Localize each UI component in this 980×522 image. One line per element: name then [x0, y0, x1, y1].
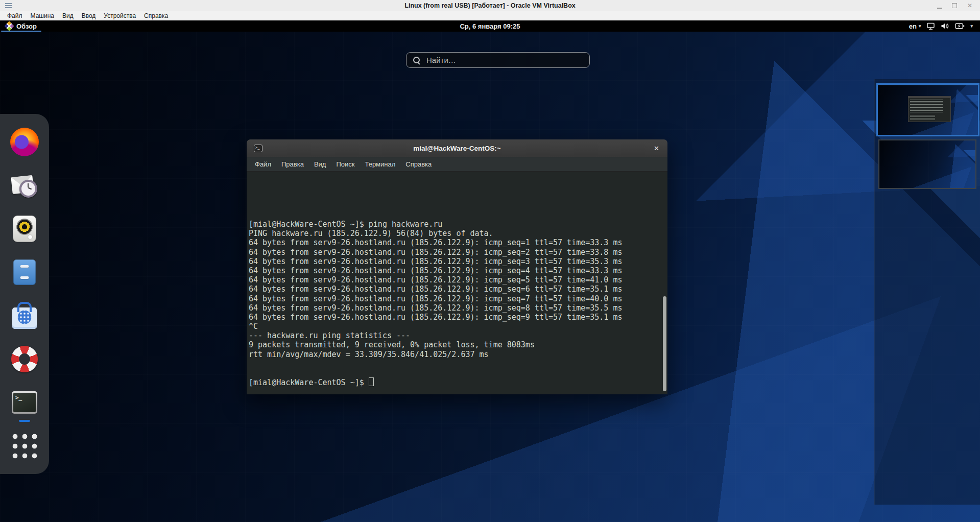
- terminal-output-line: [mial@HackWare-CentOS ~]$ ping hackware.…: [249, 220, 667, 229]
- terminal-output[interactable]: [mial@HackWare-CentOS ~]$ ping hackware.…: [247, 172, 667, 394]
- app-grid-icon: [10, 432, 39, 461]
- terminal-menu-item[interactable]: Справка: [400, 160, 437, 168]
- chevron-down-icon: ▾: [919, 23, 921, 29]
- activities-overview-button[interactable]: Обзор: [0, 20, 42, 32]
- terminal-menu-item[interactable]: Вид: [309, 160, 331, 168]
- workspace-2-wallpaper: [879, 140, 975, 188]
- close-button[interactable]: ✕: [967, 3, 973, 9]
- dock-item-software[interactable]: [9, 300, 40, 331]
- volume-icon: [941, 22, 949, 30]
- dock-item-firefox[interactable]: [9, 127, 40, 157]
- keyboard-layout-indicator[interactable]: en ▾: [909, 22, 921, 30]
- rhythmbox-icon: [13, 216, 36, 242]
- clock[interactable]: Ср, 6 января 09:25: [460, 22, 520, 30]
- terminal-title: mial@HackWare-CentOS:~: [413, 145, 500, 152]
- dock-item-terminal[interactable]: >_: [9, 387, 40, 418]
- vbox-menu-item[interactable]: Машина: [27, 12, 58, 19]
- vbox-menu-item[interactable]: Вид: [58, 12, 78, 19]
- terminal-menu-item[interactable]: Терминал: [360, 160, 400, 168]
- system-menu-chevron-icon[interactable]: ▾: [970, 23, 973, 29]
- terminal-output-line: rtt min/avg/max/mdev = 33.309/35.846/41.…: [249, 350, 667, 359]
- dock-item-files[interactable]: [9, 257, 40, 288]
- overview-label: Обзор: [16, 22, 37, 30]
- hamburger-menu-icon[interactable]: [5, 3, 12, 8]
- workspace-1-terminal-preview: [908, 96, 951, 122]
- vbox-menu-item[interactable]: Устройства: [100, 12, 140, 19]
- dock-item-app-grid[interactable]: [9, 431, 40, 461]
- vbox-menu-item[interactable]: Ввод: [78, 12, 100, 19]
- files-icon: [13, 259, 36, 285]
- workspace-switcher: [874, 79, 980, 505]
- software-icon: [12, 307, 37, 329]
- vm-screen: Обзор Ср, 6 января 09:25 en ▾ ▾: [0, 20, 980, 522]
- evolution-mail-icon: [12, 175, 37, 196]
- virtualbox-menubar: ФайлМашинаВидВводУстройстваСправка: [0, 11, 980, 20]
- gnome-topbar: Обзор Ср, 6 января 09:25 en ▾ ▾: [0, 20, 980, 32]
- terminal-output-line: --- hackware.ru ping statistics ---: [249, 331, 667, 340]
- terminal-close-icon[interactable]: ✕: [654, 145, 659, 152]
- virtualbox-titlebar: Linux (from real USB) [Работает] - Oracl…: [0, 0, 980, 11]
- overview-search-box[interactable]: [406, 52, 590, 68]
- workspace-thumbnail-active[interactable]: [876, 83, 979, 136]
- restore-button[interactable]: [952, 3, 957, 8]
- vbox-menu-item[interactable]: Файл: [3, 12, 27, 19]
- terminal-cursor: [369, 377, 374, 386]
- terminal-titlebar[interactable]: >_ mial@HackWare-CentOS:~ ✕: [247, 139, 667, 157]
- help-icon: [11, 346, 38, 372]
- system-status-area[interactable]: en ▾ ▾: [909, 22, 980, 30]
- terminal-menu-item[interactable]: Правка: [276, 160, 309, 168]
- terminal-output-line: 64 bytes from serv9-26.hostland.ru (185.…: [249, 248, 667, 257]
- terminal-output-line: ^C: [249, 322, 667, 331]
- terminal-output-line: 9 packets transmitted, 9 received, 0% pa…: [249, 340, 667, 349]
- terminal-window: >_ mial@HackWare-CentOS:~ ✕ ФайлПравкаВи…: [247, 139, 667, 394]
- minimize-button[interactable]: [937, 3, 942, 9]
- terminal-menu-item[interactable]: Файл: [250, 160, 276, 168]
- window-title: Linux (from real USB) [Работает] - Oracl…: [404, 2, 575, 9]
- terminal-output-line: 64 bytes from serv9-26.hostland.ru (185.…: [249, 303, 667, 313]
- terminal-icon: >_: [12, 391, 37, 414]
- terminal-app-icon: >_: [254, 145, 262, 152]
- window-controls: ✕: [937, 3, 980, 9]
- firefox-icon: [10, 128, 39, 156]
- network-wired-icon: [926, 22, 935, 30]
- terminal-output-line: 64 bytes from serv9-26.hostland.ru (185.…: [249, 275, 667, 284]
- search-input[interactable]: [425, 55, 583, 65]
- terminal-prompt-line: [mial@HackWare-CentOS ~]$: [249, 377, 667, 387]
- centos-logo-icon: [4, 21, 14, 31]
- terminal-menu-item[interactable]: Поиск: [331, 160, 360, 168]
- terminal-output-line: 64 bytes from serv9-26.hostland.ru (185.…: [249, 266, 667, 275]
- battery-charging-icon: [955, 23, 965, 29]
- vbox-menu-item[interactable]: Справка: [140, 12, 172, 19]
- terminal-output-line: 64 bytes from serv9-26.hostland.ru (185.…: [249, 238, 667, 247]
- terminal-menubar: ФайлПравкаВидПоискТерминалСправка: [247, 157, 667, 172]
- dock-item-evolution[interactable]: [9, 170, 40, 201]
- workspace-thumbnail-2[interactable]: [878, 139, 976, 189]
- terminal-scrollbar[interactable]: [663, 296, 666, 391]
- terminal-output-line: 64 bytes from serv9-26.hostland.ru (185.…: [249, 294, 667, 303]
- search-icon: [413, 57, 420, 63]
- dock-item-help[interactable]: [9, 344, 40, 374]
- terminal-output-line: 64 bytes from serv9-26.hostland.ru (185.…: [249, 257, 667, 266]
- dock-item-rhythmbox[interactable]: [9, 213, 40, 244]
- terminal-output-line: 64 bytes from serv9-26.hostland.ru (185.…: [249, 284, 667, 294]
- dash-dock: >_: [0, 114, 49, 474]
- terminal-output-line: PING hackware.ru (185.26.122.9) 56(84) b…: [249, 229, 667, 238]
- terminal-output-line: 64 bytes from serv9-26.hostland.ru (185.…: [249, 313, 667, 322]
